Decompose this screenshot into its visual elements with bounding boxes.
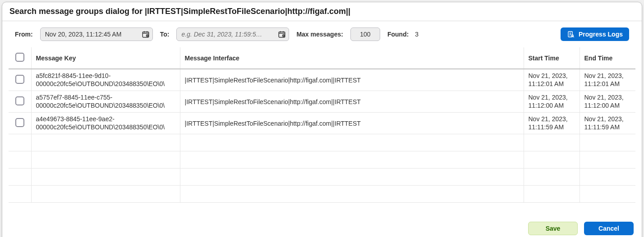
cell-message-interface: |IRTTEST|SimpleRestToFileScenario|http:/… — [180, 113, 524, 134]
max-messages-input[interactable]: 100 — [350, 27, 380, 41]
table-row[interactable]: a5757ef7-8845-11ee-c755-00000c20fc5e\OUT… — [9, 91, 635, 113]
from-date-value: Nov 20, 2023, 11:12:45 AM — [45, 31, 138, 38]
from-label: From: — [15, 31, 33, 38]
cell-message-key: a5fc821f-8845-11ee-9d10-00000c20fc5e\OUT… — [31, 69, 180, 91]
select-all-header — [9, 47, 31, 69]
table-row[interactable]: a4e49673-8845-11ee-9ae2-00000c20fc5e\OUT… — [9, 113, 635, 134]
progress-logs-button[interactable]: Progress Logs — [561, 27, 629, 41]
cell-start-time: Nov 21, 2023, 11:12:01 AM — [524, 69, 580, 91]
cell-message-interface: |IRTTEST|SimpleRestToFileScenario|http:/… — [180, 91, 524, 113]
calendar-icon[interactable] — [278, 30, 286, 38]
cell-start-time: Nov 21, 2023, 11:12:00 AM — [524, 91, 580, 113]
results-table-wrap: Message Key Message Interface Start Time… — [9, 47, 635, 203]
table-row-empty — [9, 186, 635, 203]
col-message-interface[interactable]: Message Interface — [180, 47, 524, 69]
save-button[interactable]: Save — [528, 222, 578, 235]
cancel-button[interactable]: Cancel — [584, 222, 634, 235]
col-message-key[interactable]: Message Key — [31, 47, 180, 69]
from-date-input[interactable]: Nov 20, 2023, 11:12:45 AM — [40, 27, 153, 41]
found-label: Found: — [387, 31, 409, 38]
max-messages-value: 100 — [360, 31, 370, 38]
row-checkbox[interactable] — [15, 96, 24, 105]
found-group: Found: 3 — [387, 31, 419, 38]
table-row-empty — [9, 151, 635, 169]
cell-start-time: Nov 21, 2023, 11:11:59 AM — [524, 113, 580, 134]
cell-end-time: Nov 21, 2023, 11:12:00 AM — [580, 91, 635, 113]
col-start-time[interactable]: Start Time — [524, 47, 580, 69]
to-date-input[interactable]: e.g. Dec 31, 2023, 11:59:5… — [176, 27, 289, 41]
row-checkbox[interactable] — [15, 75, 24, 84]
select-all-checkbox[interactable] — [15, 53, 24, 62]
table-row-empty — [9, 134, 635, 151]
progress-logs-label: Progress Logs — [579, 31, 623, 38]
results-table: Message Key Message Interface Start Time… — [9, 47, 635, 203]
table-row[interactable]: a5fc821f-8845-11ee-9d10-00000c20fc5e\OUT… — [9, 69, 635, 91]
calendar-icon[interactable] — [142, 30, 150, 38]
cell-end-time: Nov 21, 2023, 11:11:59 AM — [580, 113, 635, 134]
cell-message-key: a4e49673-8845-11ee-9ae2-00000c20fc5e\OUT… — [31, 113, 180, 134]
max-messages-label: Max messages: — [296, 31, 343, 38]
search-dialog: Search message groups dialog for |IRTTES… — [2, 2, 642, 237]
search-list-icon — [567, 30, 575, 38]
filter-bar: From: Nov 20, 2023, 11:12:45 AM To: e.g.… — [2, 21, 642, 47]
table-row-empty — [9, 169, 635, 186]
col-end-time[interactable]: End Time — [580, 47, 635, 69]
cell-message-key: a5757ef7-8845-11ee-c755-00000c20fc5e\OUT… — [31, 91, 180, 113]
table-header-row: Message Key Message Interface Start Time… — [9, 47, 635, 69]
to-date-placeholder: e.g. Dec 31, 2023, 11:59:5… — [181, 31, 274, 38]
row-checkbox[interactable] — [15, 118, 24, 127]
cell-end-time: Nov 21, 2023, 11:12:01 AM — [580, 69, 635, 91]
to-label: To: — [160, 31, 170, 38]
dialog-footer: Save Cancel — [2, 216, 642, 237]
dialog-title: Search message groups dialog for |IRTTES… — [2, 2, 642, 21]
found-value: 3 — [415, 31, 419, 38]
cell-message-interface: |IRTTEST|SimpleRestToFileScenario|http:/… — [180, 69, 524, 91]
